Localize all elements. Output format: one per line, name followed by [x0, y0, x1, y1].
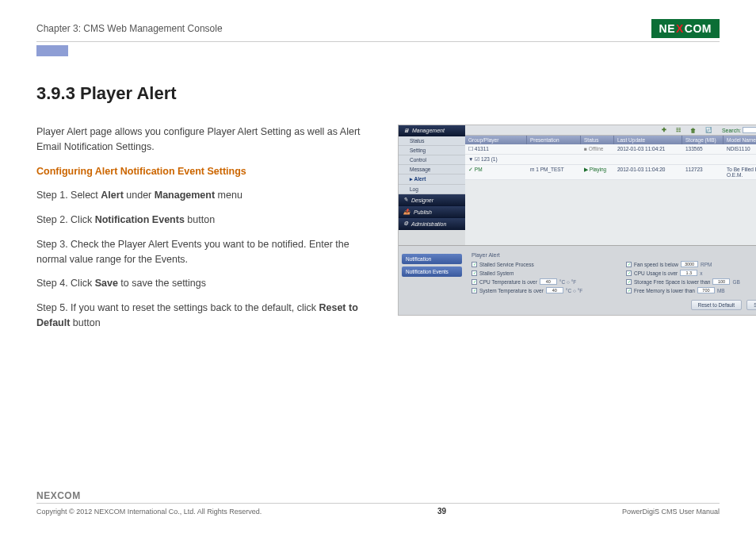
- notification-events-button[interactable]: Notification Events: [402, 266, 462, 277]
- sys-temp-input[interactable]: 40: [546, 287, 563, 293]
- memory-input[interactable]: 700: [697, 287, 715, 293]
- table-row[interactable]: ☐ 41311 ■ Offline 2012-01-03 11:04:21 13…: [465, 144, 756, 155]
- table-row[interactable]: ✓ PM m 1 PM_TEST ▶ Playing 2012-01-03 11…: [465, 165, 756, 180]
- toolbar: ✚ ☷ 🗑 🔃 Search:: [465, 125, 756, 136]
- sidebar-item-message[interactable]: Message: [399, 165, 465, 174]
- step-2: Step 2. Click Notification Events button: [36, 213, 377, 228]
- chk-sys-temp[interactable]: ✓System Temperature is over 40 °C ○ °F: [472, 287, 618, 293]
- step-5: Step 5. If you want to reset the setting…: [36, 301, 377, 331]
- table-header: Group/Player Presentation Status Last Up…: [465, 136, 756, 144]
- sidebar-item-management[interactable]: 🖥 Management: [399, 125, 465, 136]
- cpu-usage-input[interactable]: 1.3: [680, 270, 697, 276]
- sidebar: 🖥 Management Status Setting Control Mess…: [399, 125, 465, 245]
- chapter-title: Chapter 3: CMS Web Management Console: [36, 23, 223, 34]
- sidebar-item-status[interactable]: Status: [399, 136, 465, 146]
- search-input[interactable]: [743, 127, 756, 133]
- panel-title: Player Alert: [472, 252, 756, 258]
- storage-input[interactable]: 100: [712, 278, 730, 285]
- chk-stalled-service[interactable]: ✓Stalled Service Process: [472, 261, 618, 267]
- accent-block: [36, 45, 68, 56]
- reset-default-button[interactable]: Reset to Default: [691, 300, 743, 310]
- fan-speed-input[interactable]: 3000: [681, 261, 698, 267]
- chk-cpu-usage[interactable]: ✓CPU Usage is over 1.3 x: [626, 270, 756, 276]
- notification-button[interactable]: Notification: [402, 254, 462, 264]
- refresh-icon[interactable]: 🔃: [705, 127, 712, 133]
- sidebar-item-setting[interactable]: Setting: [399, 146, 465, 155]
- brand-logo: NEXCOM: [651, 19, 720, 38]
- sidebar-item-designer[interactable]: ✎ Designer: [399, 194, 465, 206]
- table-row[interactable]: ▼ ☑ 123 (1): [465, 155, 756, 165]
- instruction-text: Player Alert page allows you configure P…: [36, 125, 377, 340]
- sidebar-item-alert[interactable]: ▸ Alert: [399, 174, 465, 185]
- subtitle: Configuring Alert Notification Event Set…: [36, 164, 377, 179]
- step-4: Step 4. Click Save to save the settings: [36, 276, 377, 291]
- sidebar-item-administration[interactable]: ⚙ Administration: [399, 218, 465, 230]
- sidebar-item-control[interactable]: Control: [399, 155, 465, 165]
- chk-fan-speed[interactable]: ✓Fan speed is below 3000 RPM: [626, 261, 756, 267]
- group-icon[interactable]: ☷: [676, 127, 681, 133]
- delete-icon[interactable]: 🗑: [690, 128, 696, 133]
- chk-storage[interactable]: ✓Storage Free Space is lower than 100 GB: [626, 278, 756, 285]
- page-number: 39: [437, 507, 446, 516]
- chk-cpu-temp[interactable]: ✓CPU Temperature is over 40 °C ○ °F: [472, 278, 618, 285]
- sidebar-item-log[interactable]: Log: [399, 185, 465, 194]
- chk-memory[interactable]: ✓Free Memory is lower than 700 MB: [626, 287, 756, 293]
- intro-text: Player Alert page allows you configure P…: [36, 125, 377, 155]
- manual-name: PowerDigiS CMS User Manual: [622, 508, 720, 516]
- page-title: 3.9.3 Player Alert: [36, 83, 720, 104]
- search-label: Search:: [722, 128, 741, 133]
- step-3: Step 3. Check the Player Alert Events yo…: [36, 237, 377, 267]
- step-1: Step 1. Select Alert under Management me…: [36, 188, 377, 203]
- app-screenshot: 🖥 Management Status Setting Control Mess…: [398, 125, 756, 316]
- sidebar-item-publish[interactable]: 📤 Publish: [399, 206, 465, 218]
- footer-rule: [36, 503, 720, 504]
- add-icon[interactable]: ✚: [662, 127, 666, 133]
- save-button[interactable]: Save: [746, 300, 756, 310]
- cpu-temp-input[interactable]: 40: [540, 278, 557, 285]
- header-rule: [36, 41, 720, 42]
- chk-stalled-system[interactable]: ✓Stalled System: [472, 270, 618, 276]
- footer-logo: NEXCOM: [36, 490, 720, 501]
- copyright-text: Copyright © 2012 NEXCOM International Co…: [36, 508, 262, 516]
